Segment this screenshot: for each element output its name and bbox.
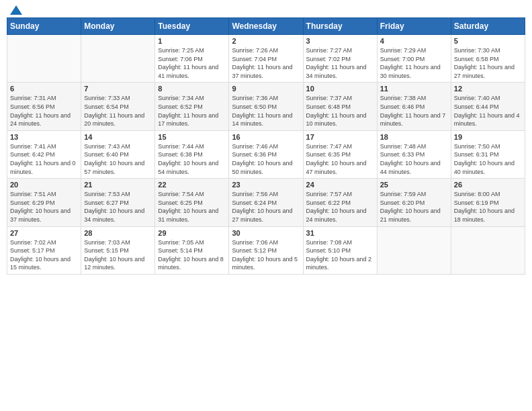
- calendar-week-row: 13Sunrise: 7:41 AMSunset: 6:42 PMDayligh…: [7, 130, 525, 178]
- day-number: 26: [454, 181, 522, 189]
- day-info: Sunrise: 8:00 AMSunset: 6:19 PMDaylight:…: [454, 190, 522, 224]
- weekday-header-monday: Monday: [81, 18, 155, 35]
- day-info: Sunrise: 7:59 AMSunset: 6:20 PMDaylight:…: [380, 190, 448, 224]
- day-number: 15: [158, 133, 226, 141]
- calendar-cell: 14Sunrise: 7:43 AMSunset: 6:40 PMDayligh…: [81, 130, 155, 178]
- day-info: Sunrise: 7:50 AMSunset: 6:31 PMDaylight:…: [454, 142, 522, 176]
- day-info: Sunrise: 7:38 AMSunset: 6:46 PMDaylight:…: [380, 94, 448, 128]
- calendar-cell: 24Sunrise: 7:57 AMSunset: 6:22 PMDayligh…: [303, 179, 377, 226]
- day-number: 28: [84, 229, 152, 237]
- calendar-cell: 2Sunrise: 7:26 AMSunset: 7:04 PMDaylight…: [229, 35, 303, 83]
- calendar-cell: 25Sunrise: 7:59 AMSunset: 6:20 PMDayligh…: [377, 179, 451, 226]
- weekday-header-saturday: Saturday: [451, 18, 525, 35]
- calendar-cell: 10Sunrise: 7:37 AMSunset: 6:48 PMDayligh…: [303, 83, 377, 130]
- calendar-week-row: 6Sunrise: 7:31 AMSunset: 6:56 PMDaylight…: [7, 83, 525, 130]
- calendar-cell: 1Sunrise: 7:25 AMSunset: 7:06 PMDaylight…: [155, 35, 229, 83]
- calendar-cell: 27Sunrise: 7:02 AMSunset: 5:17 PMDayligh…: [7, 226, 81, 274]
- calendar-week-row: 27Sunrise: 7:02 AMSunset: 5:17 PMDayligh…: [7, 226, 525, 274]
- day-info: Sunrise: 7:44 AMSunset: 6:38 PMDaylight:…: [158, 142, 226, 176]
- calendar-cell: 11Sunrise: 7:38 AMSunset: 6:46 PMDayligh…: [377, 83, 451, 130]
- calendar-cell: 5Sunrise: 7:30 AMSunset: 6:58 PMDaylight…: [451, 35, 525, 83]
- day-info: Sunrise: 7:56 AMSunset: 6:24 PMDaylight:…: [232, 190, 300, 224]
- calendar-cell: 30Sunrise: 7:06 AMSunset: 5:12 PMDayligh…: [229, 226, 303, 274]
- day-number: 6: [10, 85, 78, 93]
- day-info: Sunrise: 7:05 AMSunset: 5:14 PMDaylight:…: [158, 238, 226, 272]
- day-number: 5: [454, 37, 522, 45]
- day-info: Sunrise: 7:08 AMSunset: 5:10 PMDaylight:…: [306, 238, 374, 272]
- day-info: Sunrise: 7:41 AMSunset: 6:42 PMDaylight:…: [10, 142, 78, 176]
- day-info: Sunrise: 7:47 AMSunset: 6:35 PMDaylight:…: [306, 142, 374, 176]
- day-number: 4: [380, 37, 448, 45]
- day-info: Sunrise: 7:31 AMSunset: 6:56 PMDaylight:…: [10, 94, 78, 128]
- day-info: Sunrise: 7:27 AMSunset: 7:02 PMDaylight:…: [306, 46, 374, 80]
- weekday-header-sunday: Sunday: [7, 18, 81, 35]
- day-info: Sunrise: 7:25 AMSunset: 7:06 PMDaylight:…: [158, 46, 226, 80]
- day-info: Sunrise: 7:51 AMSunset: 6:29 PMDaylight:…: [10, 190, 78, 224]
- day-info: Sunrise: 7:30 AMSunset: 6:58 PMDaylight:…: [454, 46, 522, 80]
- calendar-cell: 8Sunrise: 7:34 AMSunset: 6:52 PMDaylight…: [155, 83, 229, 130]
- calendar-cell: 15Sunrise: 7:44 AMSunset: 6:38 PMDayligh…: [155, 130, 229, 178]
- calendar-cell: 22Sunrise: 7:54 AMSunset: 6:25 PMDayligh…: [155, 179, 229, 226]
- calendar-cell: 3Sunrise: 7:27 AMSunset: 7:02 PMDaylight…: [303, 35, 377, 83]
- calendar-cell: 16Sunrise: 7:46 AMSunset: 6:36 PMDayligh…: [229, 130, 303, 178]
- day-info: Sunrise: 7:03 AMSunset: 5:15 PMDaylight:…: [84, 238, 152, 272]
- day-info: Sunrise: 7:43 AMSunset: 6:40 PMDaylight:…: [84, 142, 152, 176]
- weekday-header-friday: Friday: [377, 18, 451, 35]
- weekday-header-wednesday: Wednesday: [229, 18, 303, 35]
- day-info: Sunrise: 7:48 AMSunset: 6:33 PMDaylight:…: [380, 142, 448, 176]
- day-number: 25: [380, 181, 448, 189]
- day-number: 17: [306, 133, 374, 141]
- day-number: 23: [232, 181, 300, 189]
- calendar-cell: [81, 35, 155, 83]
- calendar-cell: [7, 35, 81, 83]
- calendar-cell: 23Sunrise: 7:56 AMSunset: 6:24 PMDayligh…: [229, 179, 303, 226]
- day-number: 10: [306, 85, 374, 93]
- calendar-cell: 6Sunrise: 7:31 AMSunset: 6:56 PMDaylight…: [7, 83, 81, 130]
- day-number: 1: [158, 37, 226, 45]
- calendar-cell: 7Sunrise: 7:33 AMSunset: 6:54 PMDaylight…: [81, 83, 155, 130]
- day-number: 20: [10, 181, 78, 189]
- calendar-cell: 19Sunrise: 7:50 AMSunset: 6:31 PMDayligh…: [451, 130, 525, 178]
- day-info: Sunrise: 7:06 AMSunset: 5:12 PMDaylight:…: [232, 238, 300, 272]
- weekday-header-thursday: Thursday: [303, 18, 377, 35]
- calendar-table: SundayMondayTuesdayWednesdayThursdayFrid…: [7, 17, 525, 275]
- calendar-week-row: 20Sunrise: 7:51 AMSunset: 6:29 PMDayligh…: [7, 179, 525, 226]
- day-info: Sunrise: 7:57 AMSunset: 6:22 PMDaylight:…: [306, 190, 374, 224]
- calendar-cell: 18Sunrise: 7:48 AMSunset: 6:33 PMDayligh…: [377, 130, 451, 178]
- calendar-cell: 28Sunrise: 7:03 AMSunset: 5:15 PMDayligh…: [81, 226, 155, 274]
- day-info: Sunrise: 7:46 AMSunset: 6:36 PMDaylight:…: [232, 142, 300, 176]
- calendar-cell: 26Sunrise: 8:00 AMSunset: 6:19 PMDayligh…: [451, 179, 525, 226]
- day-number: 29: [158, 229, 226, 237]
- day-number: 27: [10, 229, 78, 237]
- day-number: 18: [380, 133, 448, 141]
- day-info: Sunrise: 7:54 AMSunset: 6:25 PMDaylight:…: [158, 190, 226, 224]
- calendar-cell: 31Sunrise: 7:08 AMSunset: 5:10 PMDayligh…: [303, 226, 377, 274]
- day-info: Sunrise: 7:34 AMSunset: 6:52 PMDaylight:…: [158, 94, 226, 128]
- day-number: 7: [84, 85, 152, 93]
- day-number: 19: [454, 133, 522, 141]
- day-number: 3: [306, 37, 374, 45]
- day-number: 11: [380, 85, 448, 93]
- page-header: [7, 7, 525, 15]
- logo-icon: [10, 5, 22, 15]
- calendar-cell: 20Sunrise: 7:51 AMSunset: 6:29 PMDayligh…: [7, 179, 81, 226]
- calendar-cell: 29Sunrise: 7:05 AMSunset: 5:14 PMDayligh…: [155, 226, 229, 274]
- weekday-header-row: SundayMondayTuesdayWednesdayThursdayFrid…: [7, 18, 525, 35]
- day-number: 13: [10, 133, 78, 141]
- svg-marker-0: [10, 5, 22, 15]
- day-info: Sunrise: 7:53 AMSunset: 6:27 PMDaylight:…: [84, 190, 152, 224]
- day-number: 30: [232, 229, 300, 237]
- day-number: 24: [306, 181, 374, 189]
- calendar-cell: 13Sunrise: 7:41 AMSunset: 6:42 PMDayligh…: [7, 130, 81, 178]
- calendar-cell: [377, 226, 451, 274]
- weekday-header-tuesday: Tuesday: [155, 18, 229, 35]
- day-number: 14: [84, 133, 152, 141]
- calendar-cell: [451, 226, 525, 274]
- day-number: 12: [454, 85, 522, 93]
- logo: [9, 9, 22, 15]
- calendar-cell: 12Sunrise: 7:40 AMSunset: 6:44 PMDayligh…: [451, 83, 525, 130]
- day-info: Sunrise: 7:02 AMSunset: 5:17 PMDaylight:…: [10, 238, 78, 272]
- day-info: Sunrise: 7:36 AMSunset: 6:50 PMDaylight:…: [232, 94, 300, 128]
- day-info: Sunrise: 7:29 AMSunset: 7:00 PMDaylight:…: [380, 46, 448, 80]
- calendar-cell: 21Sunrise: 7:53 AMSunset: 6:27 PMDayligh…: [81, 179, 155, 226]
